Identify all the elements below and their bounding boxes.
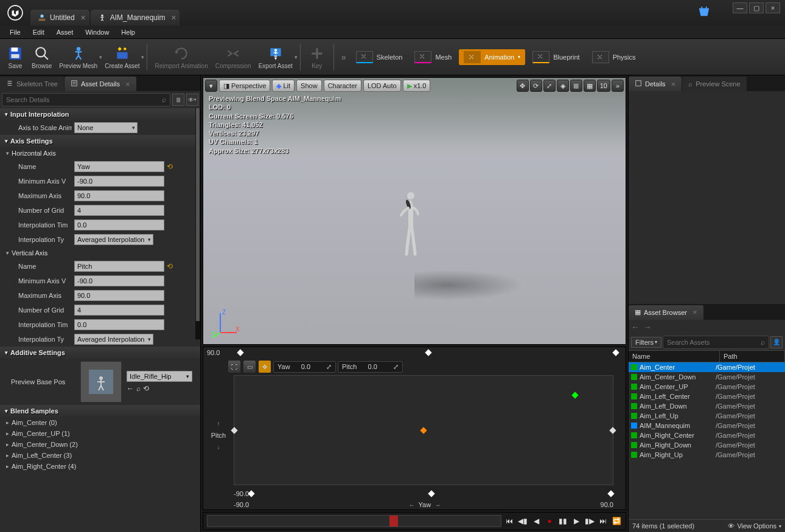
section-blend-samples[interactable]: Blend Samples bbox=[0, 405, 200, 417]
h-min-input[interactable] bbox=[74, 176, 164, 187]
h-interptype-select[interactable]: Averaged Interpolation bbox=[74, 234, 153, 245]
blend-sample-marker[interactable] bbox=[607, 490, 614, 497]
blend-sample-item[interactable]: Aim_Center_Down (2) bbox=[0, 439, 200, 450]
blend-sample-marker[interactable] bbox=[420, 427, 427, 434]
mode-physics[interactable]: ⛌ Physics bbox=[587, 49, 641, 65]
blend-sample-item[interactable]: Aim_Center_UP (1) bbox=[0, 428, 200, 439]
v-min-input[interactable] bbox=[74, 275, 164, 286]
h-interptime-input[interactable] bbox=[74, 219, 164, 230]
asset-row[interactable]: Aim_Right_Down/Game/Projet bbox=[629, 440, 785, 450]
v-max-input[interactable] bbox=[74, 290, 164, 301]
tab-untitled[interactable]: Untitled × bbox=[30, 10, 89, 26]
scrubber[interactable] bbox=[207, 515, 501, 527]
asset-row[interactable]: Aim_Center/Game/Projet bbox=[629, 362, 785, 372]
asset-row[interactable]: Aim_Left_Up/Game/Projet bbox=[629, 411, 785, 421]
menu-help[interactable]: Help bbox=[116, 27, 140, 38]
asset-row[interactable]: AIM_Mannequim/Game/Projet bbox=[629, 421, 785, 430]
close-icon[interactable]: × bbox=[81, 13, 86, 22]
record-icon[interactable]: ● bbox=[544, 516, 555, 527]
h-max-input[interactable] bbox=[74, 190, 164, 201]
vertical-axis-header[interactable]: Vertical Axis bbox=[0, 247, 200, 259]
reset-icon[interactable]: ⟲ bbox=[167, 262, 173, 271]
menu-window[interactable]: Window bbox=[80, 27, 114, 38]
viewport[interactable]: ▾ ◨Perspective ◆Lit Show Character LOD A… bbox=[203, 77, 626, 345]
key-button[interactable]: Key bbox=[304, 40, 330, 74]
blend-sample-item[interactable]: Aim_Center (0) bbox=[0, 417, 200, 428]
blend-sample-marker[interactable] bbox=[237, 349, 244, 356]
view-mode-icon[interactable]: ≣ bbox=[172, 94, 184, 106]
asset-row[interactable]: Aim_Center_Down/Game/Projet bbox=[629, 372, 785, 382]
play-icon[interactable]: ▶ bbox=[571, 516, 582, 527]
snap-toggle-icon[interactable]: ⊞ bbox=[570, 80, 582, 92]
blend-sample-item[interactable]: Aim_Left_Center (3) bbox=[0, 450, 200, 461]
move-icon[interactable]: ✥ bbox=[258, 360, 271, 373]
show-button[interactable]: Show bbox=[296, 80, 322, 92]
vp-menu-button[interactable]: ▾ bbox=[205, 80, 217, 92]
perspective-button[interactable]: ◨Perspective bbox=[219, 80, 270, 92]
asset-row[interactable]: Aim_Right_Up/Game/Projet bbox=[629, 450, 785, 460]
world-local-icon[interactable]: ◈ bbox=[557, 80, 569, 92]
reset-icon[interactable]: ⟲ bbox=[143, 384, 149, 393]
to-end-icon[interactable]: ⏭ bbox=[598, 516, 609, 527]
use-arrow-icon[interactable]: ← bbox=[127, 384, 134, 393]
blendspace-editor[interactable]: 90.0 ⛶ ▭ ✥ Yaw 0.0⤢ Pitch 0.0⤢ ↑ Pitch ↓ bbox=[203, 347, 626, 510]
vp-overflow-icon[interactable]: » bbox=[612, 80, 624, 92]
filters-button[interactable]: Filters▾ bbox=[631, 337, 661, 348]
h-name-input[interactable] bbox=[74, 161, 164, 172]
tab-aim-mannequim[interactable]: AIM_Mannequim × bbox=[91, 10, 180, 26]
section-additive-settings[interactable]: Additive Settings bbox=[0, 347, 200, 359]
maximize-button[interactable]: ▢ bbox=[749, 2, 764, 13]
lit-button[interactable]: ◆Lit bbox=[272, 80, 295, 92]
mode-skeleton[interactable]: ⛌ Skeleton bbox=[351, 49, 408, 65]
blend-sample-marker[interactable] bbox=[248, 490, 254, 497]
pause-icon[interactable]: ▮▮ bbox=[557, 516, 568, 527]
tab-preview-scene[interactable]: ⌕ Preview Scene bbox=[682, 77, 746, 91]
asset-row[interactable]: Aim_Right_Center/Game/Projet bbox=[629, 430, 785, 440]
close-icon[interactable]: × bbox=[171, 13, 176, 22]
step-back-icon[interactable]: ◀▮ bbox=[517, 516, 528, 527]
step-forward-icon[interactable]: ▮▶ bbox=[584, 516, 595, 527]
close-icon[interactable]: × bbox=[693, 308, 697, 317]
v-interptype-select[interactable]: Averaged Interpolation bbox=[74, 334, 153, 345]
export-button[interactable]: Export Asset bbox=[255, 40, 296, 74]
scale-tool-icon[interactable]: ⤢ bbox=[543, 80, 556, 92]
pitch-input[interactable]: Pitch 0.0⤢ bbox=[338, 361, 403, 373]
reverse-icon[interactable]: ◀ bbox=[531, 516, 542, 527]
scrollbar[interactable] bbox=[195, 108, 200, 339]
section-axis-settings[interactable]: Axis Settings bbox=[0, 135, 200, 147]
section-input-interpolation[interactable]: Input Interpolation bbox=[0, 108, 200, 120]
view-options-button[interactable]: 👁 View Options ▾ bbox=[728, 522, 781, 530]
to-start-icon[interactable]: ⏮ bbox=[504, 516, 515, 527]
horizontal-axis-header[interactable]: Horizontal Axis bbox=[0, 147, 200, 159]
browse-button[interactable]: Browse bbox=[28, 40, 55, 74]
playhead[interactable] bbox=[389, 516, 398, 527]
tab-asset-details[interactable]: Asset Details × bbox=[65, 77, 136, 91]
back-icon[interactable]: ← bbox=[631, 322, 640, 332]
rotate-tool-icon[interactable]: ⟳ bbox=[530, 80, 542, 92]
base-pose-select[interactable]: Idle_Rifle_Hip bbox=[127, 371, 192, 382]
tab-asset-browser[interactable]: ▦ Asset Browser × bbox=[629, 305, 703, 320]
asset-row[interactable]: Aim_Left_Down/Game/Projet bbox=[629, 401, 785, 411]
asset-row[interactable]: Aim_Center_UP/Game/Projet bbox=[629, 382, 785, 392]
menu-edit[interactable]: Edit bbox=[28, 27, 49, 38]
character-button[interactable]: Character bbox=[324, 80, 361, 92]
blend-sample-marker[interactable] bbox=[612, 349, 619, 356]
translate-tool-icon[interactable]: ✥ bbox=[517, 80, 529, 92]
mode-blueprint[interactable]: ⛌ Blueprint bbox=[528, 49, 584, 65]
yaw-input[interactable]: Yaw 0.0⤢ bbox=[273, 361, 336, 373]
blend-preview-cursor[interactable] bbox=[571, 392, 578, 399]
asset-list-header[interactable]: Name Path bbox=[629, 350, 785, 362]
eye-icon[interactable]: 👁▾ bbox=[186, 94, 198, 106]
tab-skeleton-tree[interactable]: Skeleton Tree bbox=[0, 77, 64, 91]
labels-icon[interactable]: ▭ bbox=[243, 360, 256, 373]
blend-sample-marker[interactable] bbox=[428, 490, 434, 497]
forward-icon[interactable]: → bbox=[643, 322, 652, 332]
blend-sample-item[interactable]: Aim_Right_Center (4) bbox=[0, 461, 200, 472]
tab-details[interactable]: Details × bbox=[629, 77, 682, 91]
find-icon[interactable]: ⌕ bbox=[136, 384, 141, 393]
v-grid-input[interactable] bbox=[74, 305, 164, 316]
close-icon[interactable]: × bbox=[125, 80, 130, 89]
menu-asset[interactable]: Asset bbox=[52, 27, 78, 38]
save-button[interactable]: Save bbox=[2, 40, 28, 74]
search-details-input[interactable]: ⌕ bbox=[2, 93, 170, 106]
